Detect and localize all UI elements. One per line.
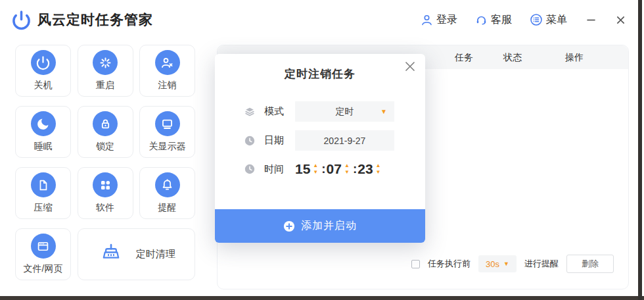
- broom-icon: [97, 241, 125, 268]
- customer-service-button[interactable]: 客服: [475, 13, 512, 27]
- sidebar-item-label: 定时清理: [136, 248, 175, 261]
- sidebar-item-compress[interactable]: 压缩: [15, 167, 71, 219]
- sidebar-item-label: 压缩: [34, 202, 53, 214]
- second-stepper[interactable]: ▲ ▼: [376, 163, 381, 175]
- remind-action-label: 进行提醒: [524, 258, 559, 270]
- delete-button[interactable]: 删除: [566, 255, 614, 273]
- app-window: 风云定时任务管家 登录 客服: [0, 0, 644, 300]
- date-label: 日期: [264, 134, 287, 147]
- plus-circle-icon: [283, 220, 295, 232]
- sidebar-item-label: 文件/网页: [24, 263, 63, 275]
- sidebar-item-file-web[interactable]: 文件/网页: [15, 228, 71, 280]
- customer-service-label: 客服: [491, 13, 512, 27]
- sidebar-item-software[interactable]: 软件: [78, 167, 133, 219]
- app-logo-power-icon: [11, 10, 32, 30]
- task-type-grid: 关机 重启 注销: [15, 45, 195, 280]
- sidebar-item-label: 软件: [96, 202, 114, 214]
- sidebar-item-logout[interactable]: 注销: [139, 45, 195, 97]
- sidebar-item-label: 重启: [96, 80, 114, 91]
- sidebar-item-label: 提醒: [158, 202, 177, 214]
- time-picker: 15 ▲ ▼ : 07 ▲ ▼ : 23 ▲ ▼: [295, 161, 384, 177]
- remind-interval-select[interactable]: 30s ▼: [478, 255, 517, 272]
- minute-value: 07: [327, 161, 342, 177]
- apps-grid-icon: [93, 172, 118, 197]
- user-icon: [421, 14, 433, 26]
- task-panel-footer: 任务执行前 30s ▼ 进行提醒 删除: [411, 254, 614, 274]
- sidebar-item-label: 睡眠: [34, 141, 53, 153]
- login-button[interactable]: 登录: [421, 13, 457, 27]
- app-title: 风云定时任务管家: [37, 11, 153, 29]
- mode-row: 模式 定时 ▼: [243, 101, 394, 122]
- hour-value: 15: [295, 161, 310, 177]
- close-icon: [616, 15, 626, 25]
- time-label: 时间: [264, 163, 287, 176]
- mode-value: 定时: [336, 106, 354, 118]
- close-window-button[interactable]: [614, 14, 626, 26]
- add-and-start-button[interactable]: 添加并启动: [215, 209, 425, 243]
- browser-icon: [31, 234, 56, 259]
- bell-icon: [155, 172, 180, 197]
- moon-icon: [31, 111, 56, 136]
- layers-icon: [243, 105, 256, 118]
- menu-button[interactable]: 菜单: [530, 13, 567, 27]
- caret-up-icon: ▲: [376, 163, 381, 168]
- date-value: 2021-9-27: [324, 136, 366, 146]
- monitor-icon: [155, 111, 180, 136]
- remind-before-label: 任务执行前: [428, 258, 471, 270]
- clock-icon: [243, 134, 256, 147]
- remind-interval-value: 30s: [486, 259, 499, 269]
- clock-icon: [243, 162, 256, 176]
- mode-select[interactable]: 定时 ▼: [295, 101, 394, 122]
- dialog-title: 定时注销任务: [215, 54, 425, 82]
- time-separator: :: [353, 162, 357, 176]
- column-header-action: 操作: [555, 45, 594, 69]
- sidebar-item-label: 锁定: [96, 141, 114, 153]
- caret-up-icon: ▲: [313, 163, 318, 168]
- chevron-down-icon: ▼: [380, 109, 387, 115]
- minimize-icon: [586, 15, 596, 25]
- sidebar-item-sleep[interactable]: 睡眠: [15, 106, 71, 158]
- timed-logout-dialog: 定时注销任务 模式 定时 ▼ 日期 20: [215, 54, 425, 243]
- archive-file-icon: [31, 172, 56, 197]
- mode-label: 模式: [264, 105, 287, 118]
- sidebar-item-timed-clean[interactable]: 定时清理: [78, 228, 196, 280]
- logout-user-icon: [155, 50, 180, 75]
- title-bar: 风云定时任务管家 登录 客服: [0, 0, 638, 39]
- caret-up-icon: ▲: [344, 163, 350, 168]
- hour-stepper[interactable]: ▲ ▼: [313, 163, 318, 175]
- lock-icon: [93, 111, 118, 136]
- caret-down-icon: ▼: [376, 170, 381, 175]
- sidebar-item-label: 注销: [158, 80, 177, 91]
- power-icon: [31, 50, 56, 75]
- column-header-status: 状态: [493, 45, 532, 69]
- second-value: 23: [357, 161, 373, 177]
- login-label: 登录: [436, 13, 457, 27]
- sidebar-item-shutdown[interactable]: 关机: [15, 45, 71, 97]
- remind-before-checkbox[interactable]: [411, 260, 420, 268]
- menu-list-icon: [530, 13, 543, 26]
- minimize-button[interactable]: [585, 14, 597, 26]
- headset-icon: [475, 14, 488, 26]
- date-field[interactable]: 2021-9-27: [295, 130, 394, 151]
- time-row: 时间 15 ▲ ▼ : 07 ▲ ▼ : 23 ▲ ▼: [243, 158, 384, 180]
- restart-icon: [93, 50, 118, 75]
- date-row: 日期 2021-9-27: [243, 130, 394, 151]
- sidebar-item-lock[interactable]: 锁定: [78, 106, 133, 158]
- caret-down-icon: ▼: [344, 170, 350, 175]
- dialog-close-button[interactable]: [403, 59, 417, 74]
- caret-down-icon: ▼: [313, 170, 318, 175]
- close-icon: [403, 60, 417, 73]
- sidebar-item-restart[interactable]: 重启: [78, 45, 133, 97]
- add-and-start-label: 添加并启动: [301, 219, 357, 233]
- column-header-task: 任务: [444, 45, 484, 69]
- minute-stepper[interactable]: ▲ ▼: [344, 163, 350, 175]
- right-edge-strip: [638, 0, 642, 300]
- sidebar-item-label: 关显示器: [149, 141, 186, 153]
- sidebar-item-label: 关机: [34, 80, 53, 91]
- time-separator: :: [321, 162, 325, 176]
- menu-label: 菜单: [546, 13, 567, 27]
- bottom-edge-strip: [0, 296, 644, 300]
- chevron-down-icon: ▼: [503, 261, 509, 267]
- sidebar-item-monitor-off[interactable]: 关显示器: [139, 106, 195, 158]
- sidebar-item-reminder[interactable]: 提醒: [139, 167, 195, 219]
